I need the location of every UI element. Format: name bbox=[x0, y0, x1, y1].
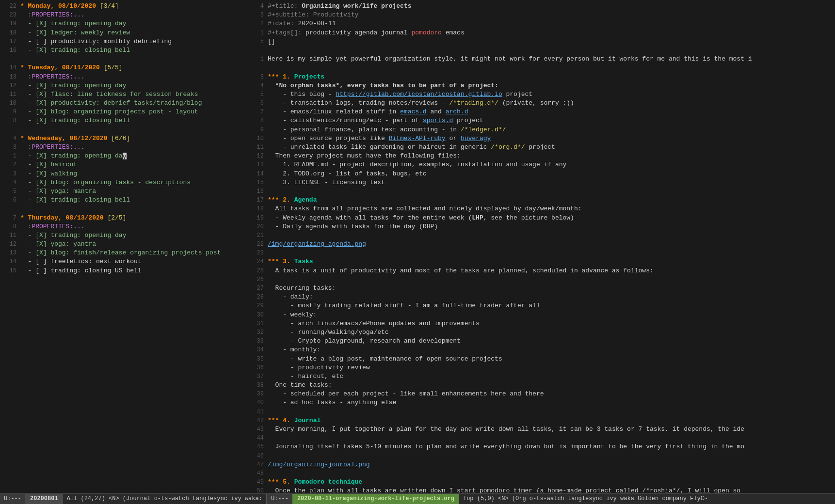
line-subtitle: 3 #+subtitle: Productivity bbox=[247, 11, 835, 19]
line-task: 12 - [X] trading: opening day bbox=[0, 81, 247, 90]
status-right-info: Top (5,0) <N> (Org o-ts-watch tanglesync… bbox=[459, 495, 711, 503]
line-task: 11 - [X] flasc: line tickness for sessio… bbox=[0, 90, 247, 99]
line-monthly1: 35 - write a blog post, maintenance of o… bbox=[247, 355, 835, 363]
heading-star: * Monday, 08/10/2020 bbox=[20, 2, 100, 10]
line-empty: 44 bbox=[247, 434, 835, 442]
line-journal1: 43 Every morning, I put together a plan … bbox=[247, 425, 835, 434]
line-agenda2: 19 - Weekly agenda with all tasks for th… bbox=[247, 214, 835, 222]
line-onetime2: 40 - ad hoc tasks - anything else bbox=[247, 398, 835, 407]
heading-count: [3/4] bbox=[100, 2, 119, 10]
status-left-info: All (24,27) <N> (Journal o-ts-watch tang… bbox=[63, 495, 266, 503]
line-onetime1: 39 - scheduled per each project - like s… bbox=[247, 390, 835, 398]
line-daily1: 29 - mostly trading related stuff - I am… bbox=[247, 301, 835, 310]
line-proj7: 11 - unrelated tasks like gardening or h… bbox=[247, 143, 835, 152]
line-weekly3: 33 - Crypto playground, research and dev… bbox=[247, 337, 835, 346]
line-proj4: 8 - calisthenics/running/etc - part of s… bbox=[247, 116, 835, 125]
line-empty bbox=[0, 126, 247, 134]
line-proj3: 7 - emacs/linux related stuff in emacs.d… bbox=[247, 108, 835, 116]
line-orphan: 4 *No orphan tasks*, every tasks has to … bbox=[247, 81, 835, 90]
line-prop1: 23 :PROPERTIES:... bbox=[0, 11, 247, 19]
line-task-cursor: 1 - [X] trading: opening day bbox=[0, 152, 247, 160]
line-task: 17 - [ ] productivity: monthly debriefin… bbox=[0, 37, 247, 46]
line-pomodoro1: 50 Once the plan with all tasks are writ… bbox=[247, 487, 835, 493]
line-task: 15 - [ ] trading: closing US bell bbox=[0, 267, 247, 275]
line-monthly2: 36 - productivity review bbox=[247, 363, 835, 372]
line-task: 4 - [X] blog: organizing tasks - descrip… bbox=[0, 178, 247, 187]
line-task: 13 - [X] blog: finish/release organizing… bbox=[0, 249, 247, 257]
line-proj8: 12 Then every project must have the foll… bbox=[247, 152, 835, 160]
line-empty bbox=[0, 55, 247, 63]
line-task: 18 - [X] ledger: weekly review bbox=[0, 29, 247, 37]
line-prop2: 13 :PROPERTIES:... bbox=[0, 73, 247, 81]
right-panel: 4 #+title: Organizing work/life projects… bbox=[247, 0, 835, 493]
line-task: 12 - [X] yoga: yantra bbox=[0, 240, 247, 249]
line-img-journal: 47 /img/organizing-journal.png bbox=[247, 460, 835, 469]
line-empty: 21 bbox=[247, 231, 835, 240]
line-proj10: 14 2. TODO.org - list of tasks, bugs, et… bbox=[247, 170, 835, 178]
line-projects-heading: 3 *** 1. Projects bbox=[247, 73, 835, 81]
line-agenda-heading: 17 *** 2. Agenda bbox=[247, 196, 835, 205]
line-wednesday-heading: 4 * Wednesday, 08/12/2020 [6/6] bbox=[0, 134, 247, 143]
status-left-mode: U:--- bbox=[0, 494, 25, 504]
line-monthly: 34 - monthly: bbox=[247, 346, 835, 354]
left-panel: 22 * Monday, 08/10/2020 [3/4] 23 :PROPER… bbox=[0, 0, 247, 493]
line-task: 11 - [X] trading: opening day bbox=[0, 231, 247, 240]
line-task: 16 - [X] trading: closing bell bbox=[0, 46, 247, 55]
line-task: 14 - [ ] freeletics: next workout bbox=[0, 257, 247, 266]
line-weekly2: 32 - running/walking/yoga/etc bbox=[247, 328, 835, 337]
line-empty: 26 bbox=[247, 275, 835, 284]
line-task: 3 - [X] walking bbox=[0, 170, 247, 178]
line-task: 6 - [X] trading: closing bell bbox=[0, 196, 247, 205]
status-right-mode: U:--- bbox=[267, 494, 292, 504]
line-prop3: 3 :PROPERTIES:... bbox=[0, 143, 247, 152]
line-proj1: 5 - this blog - https://gitlab.com/icost… bbox=[247, 90, 835, 99]
status-right-filename: 2020-08-11-oraganizing-work-life-project… bbox=[292, 494, 459, 504]
line-weekly: 30 - weekly: bbox=[247, 311, 835, 319]
line-empty: 16 bbox=[247, 187, 835, 196]
status-bar: U:--- 20200801 All (24,27) <N> (Journal … bbox=[0, 493, 835, 504]
line-proj5: 9 - personal finance, plain text account… bbox=[247, 126, 835, 134]
line-task: 2 - [X] haircut bbox=[0, 160, 247, 169]
line-empty bbox=[0, 205, 247, 213]
line-journal-heading: 42 *** 4. Journal bbox=[247, 416, 835, 425]
line-empty: 48 bbox=[247, 469, 835, 478]
line-proj2: 6 - transaction logs, trading notes/revi… bbox=[247, 99, 835, 108]
line-agenda1: 18 All tasks from all projects are colle… bbox=[247, 205, 835, 213]
main-area: 22 * Monday, 08/10/2020 [3/4] 23 :PROPER… bbox=[0, 0, 835, 493]
app-container: 22 * Monday, 08/10/2020 [3/4] 23 :PROPER… bbox=[0, 0, 835, 504]
cursor: y bbox=[123, 153, 127, 159]
line-proj6: 10 - open source projects like Bitmex-AP… bbox=[247, 134, 835, 143]
line-empty bbox=[247, 63, 835, 72]
line-empty bbox=[247, 46, 835, 55]
line-empty: 46 bbox=[247, 452, 835, 460]
line-task1: 25 A task is a unit of productivity and … bbox=[247, 267, 835, 275]
line-task: 8 - [X] trading: closing bell bbox=[0, 116, 247, 125]
line-intro: 1 Here is my simple yet powerful organiz… bbox=[247, 55, 835, 63]
line-recurring: 27 Recurring tasks: bbox=[247, 284, 835, 293]
line-daily: 28 - daily: bbox=[247, 293, 835, 301]
line-task: 19 - [X] trading: opening day bbox=[0, 19, 247, 28]
line-title: 4 #+title: Organizing work/life projects bbox=[247, 2, 835, 11]
line-monthly3: 37 - haircut, etc bbox=[247, 372, 835, 381]
line-monday-heading: 22 * Monday, 08/10/2020 [3/4] bbox=[0, 2, 247, 11]
line-pomodoro-heading: 49 *** 5. Pomodoro technique bbox=[247, 478, 835, 487]
line-tasks-heading: 24 *** 3. Tasks bbox=[247, 257, 835, 266]
line-empty: 23 bbox=[247, 249, 835, 257]
line-date: 2 #+date: 2020-08-11 bbox=[247, 19, 835, 28]
line-weekly1: 31 - arch linux/emacs/ePhone updates and… bbox=[247, 319, 835, 328]
line-journal2: 45 Journaling itself takes 5-10 minutes … bbox=[247, 442, 835, 451]
line-proj11: 15 3. LICENSE - licensing text bbox=[247, 178, 835, 187]
line-img-agenda: 22 /img/organizing-agenda.png bbox=[247, 240, 835, 249]
line-proj9: 13 1. README.md - project description, e… bbox=[247, 160, 835, 169]
line-5: 5 [] bbox=[247, 37, 835, 46]
line-thursday-heading: 7 * Thursday, 08/13/2020 [2/5] bbox=[0, 214, 247, 222]
line-task: 5 - [X] yoga: mantra bbox=[0, 187, 247, 196]
status-left-filename: 20200801 bbox=[25, 494, 63, 504]
line-task: 10 - [X] productivity: debrief tasks/tra… bbox=[0, 99, 247, 108]
line-tags: 1 #+tags[]: productivity agenda journal … bbox=[247, 29, 835, 37]
line-task: 9 - [X] blog: organizing projects post -… bbox=[0, 108, 247, 116]
line-prop4: 8 :PROPERTIES:... bbox=[0, 222, 247, 231]
line-tuesday-heading: 14 * Tuesday, 08/11/2020 [5/5] bbox=[0, 63, 247, 72]
line-empty: 41 bbox=[247, 408, 835, 416]
line-onetime: 38 One time tasks: bbox=[247, 381, 835, 390]
